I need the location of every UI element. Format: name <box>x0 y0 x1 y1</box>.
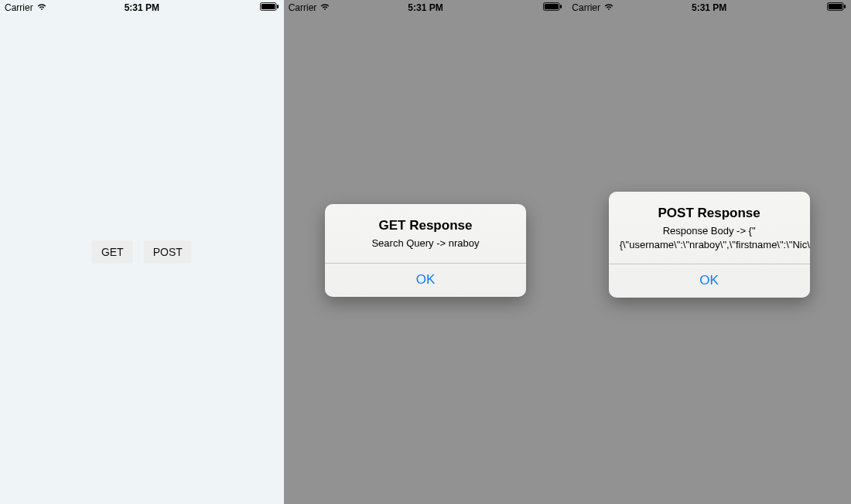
svg-rect-2 <box>277 5 279 8</box>
alert-dialog-get: GET Response Search Query -> nraboy OK <box>325 204 526 297</box>
status-left: Carrier <box>289 2 331 13</box>
wifi-icon <box>36 2 47 13</box>
alert-body: POST Response Response Body -> {"{\"user… <box>609 192 810 264</box>
simulator-panel-2: Carrier 5:31 PM GET Response Search Quer… <box>284 0 568 504</box>
battery-icon <box>827 2 846 13</box>
simulator-panel-1: Carrier 5:31 PM GET POST <box>0 0 284 504</box>
alert-message: Response Body -> {"{\"username\":\"nrabo… <box>620 224 799 251</box>
svg-rect-4 <box>545 4 559 9</box>
get-button[interactable]: GET <box>92 240 133 264</box>
alert-ok-button[interactable]: OK <box>609 264 810 298</box>
svg-rect-1 <box>261 4 275 9</box>
status-left: Carrier <box>5 2 47 13</box>
alert-title: POST Response <box>620 206 799 221</box>
status-bar: Carrier 5:31 PM <box>0 0 284 15</box>
button-row: GET POST <box>92 240 192 264</box>
svg-rect-5 <box>560 5 562 8</box>
battery-icon <box>260 2 279 13</box>
status-bar: Carrier 5:31 PM <box>567 0 851 15</box>
carrier-label: Carrier <box>289 2 317 13</box>
status-right <box>827 2 846 13</box>
status-right <box>543 2 562 13</box>
svg-rect-7 <box>829 4 842 9</box>
carrier-label: Carrier <box>5 2 33 13</box>
clock: 5:31 PM <box>125 2 159 13</box>
alert-ok-button[interactable]: OK <box>325 264 526 297</box>
clock: 5:31 PM <box>408 2 443 13</box>
status-right <box>260 2 279 13</box>
svg-rect-8 <box>844 5 846 8</box>
simulator-panel-3: Carrier 5:31 PM POST Response Response B… <box>567 0 851 504</box>
alert-message: Search Query -> nraboy <box>336 237 515 250</box>
status-left: Carrier <box>572 2 614 13</box>
clock: 5:31 PM <box>692 2 726 13</box>
carrier-label: Carrier <box>572 2 600 13</box>
wifi-icon <box>603 2 614 13</box>
post-button[interactable]: POST <box>144 240 192 264</box>
wifi-icon <box>320 2 330 13</box>
alert-title: GET Response <box>336 218 515 233</box>
alert-dialog-post: POST Response Response Body -> {"{\"user… <box>609 192 810 298</box>
battery-icon <box>543 2 562 13</box>
alert-body: GET Response Search Query -> nraboy <box>325 204 526 263</box>
status-bar: Carrier 5:31 PM <box>284 0 568 15</box>
